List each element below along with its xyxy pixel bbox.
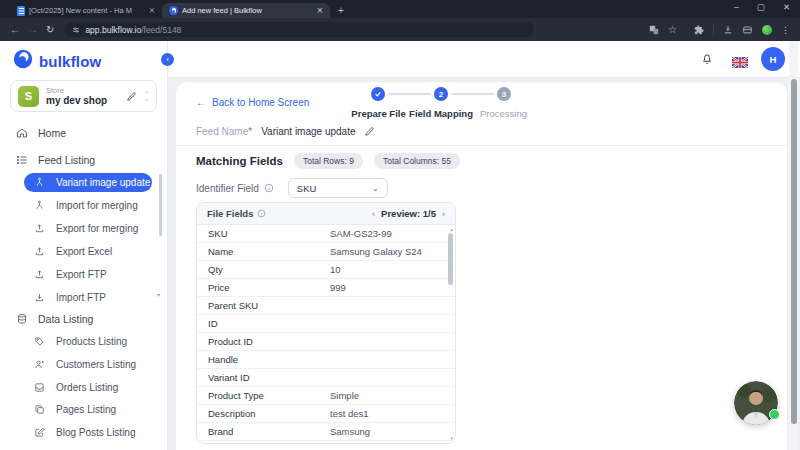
info-icon[interactable] bbox=[257, 209, 266, 218]
page-scrollbar[interactable] bbox=[789, 41, 798, 450]
file-field-row[interactable]: Handle bbox=[197, 351, 455, 369]
translate-icon[interactable] bbox=[649, 25, 659, 35]
sidebar-item-feed-listing[interactable]: Feed Listing bbox=[0, 150, 167, 170]
sidebar-scrollbar[interactable] bbox=[159, 174, 162, 236]
sidebar-collapse-button[interactable]: ‹ bbox=[161, 53, 174, 66]
sidebar-item-blog-posts-listing[interactable]: Blog Posts Listing bbox=[0, 422, 167, 442]
file-field-row[interactable]: Parent SKU bbox=[197, 297, 455, 315]
sidebar-feed-variant-image-update[interactable]: Variant image update bbox=[24, 173, 152, 192]
sidebar-item-label: Blog Posts Listing bbox=[56, 427, 136, 438]
orders-box-icon bbox=[34, 382, 45, 393]
scroll-up-icon[interactable]: ▴ bbox=[450, 227, 453, 232]
media-panel-icon[interactable] bbox=[742, 25, 753, 35]
database-icon bbox=[16, 313, 28, 325]
language-flag-icon[interactable] bbox=[732, 54, 748, 72]
sidebar: bulkflow S Store my dev shop ⌃⌄ bbox=[0, 41, 168, 450]
store-edit-pencil-icon[interactable] bbox=[126, 91, 137, 102]
chevron-down-icon: ⌄ bbox=[372, 184, 379, 193]
preview-next-icon[interactable]: › bbox=[442, 209, 445, 219]
sidebar-item-label: Data Listing bbox=[38, 313, 93, 325]
notification-bell-icon[interactable] bbox=[700, 52, 714, 70]
sidebar-item-customers-listing[interactable]: Customers Listing bbox=[0, 354, 167, 374]
file-field-row[interactable]: Product ID bbox=[197, 333, 455, 351]
store-selector[interactable]: S Store my dev shop ⌃⌄ bbox=[10, 80, 157, 112]
file-field-row[interactable]: Description test des1 bbox=[197, 405, 455, 423]
sidebar-feed-export-ftp[interactable]: Export FTP bbox=[24, 265, 152, 284]
sidebar-item-label: Pages Listing bbox=[56, 404, 116, 415]
tab-close-icon[interactable]: ✕ bbox=[149, 6, 155, 15]
step-connector bbox=[451, 93, 494, 95]
blog-edit-icon bbox=[34, 427, 45, 438]
store-switch-chevrons-icon[interactable]: ⌃⌄ bbox=[144, 92, 149, 101]
feed-name-value: Variant image update bbox=[261, 126, 355, 137]
file-field-row[interactable]: Product Type Simple bbox=[197, 387, 455, 405]
feed-label: Import for merging bbox=[56, 200, 138, 211]
back-to-home-link[interactable]: ← Back to Home Screen bbox=[196, 97, 309, 108]
toolbar-actions: ☆ ⋮ bbox=[649, 24, 790, 35]
minimize-button[interactable]: – bbox=[734, 2, 739, 12]
file-field-row[interactable]: Variant ID bbox=[197, 369, 455, 387]
stepper: 2 3 Prepare File Field Mapping Processin… bbox=[348, 87, 534, 119]
browser-tab-bulkflow[interactable]: Add new feed | Bulkflow ✕ bbox=[162, 3, 330, 18]
download-icon[interactable] bbox=[723, 25, 733, 35]
identifier-field-select[interactable]: SKU ⌄ bbox=[288, 178, 388, 198]
field-value: Simple bbox=[330, 390, 359, 401]
tab-close-icon[interactable]: ✕ bbox=[317, 6, 323, 15]
field-value: 999 bbox=[330, 282, 346, 293]
export-icon bbox=[34, 246, 45, 257]
site-settings-icon[interactable] bbox=[72, 26, 80, 34]
sidebar-item-products-listing[interactable]: Products Listing bbox=[0, 331, 167, 351]
file-field-row[interactable]: Qty 10 bbox=[197, 261, 455, 279]
sidebar-feed-import-ftp[interactable]: Import FTP bbox=[24, 288, 152, 307]
bulkflow-logo[interactable]: bulkflow bbox=[13, 49, 101, 73]
sidebar-feed-export-excel[interactable]: Export Excel bbox=[24, 242, 152, 261]
step-label-field-mapping: Field Mapping bbox=[409, 108, 473, 119]
file-field-row[interactable]: Name Samsung Galaxy S24 bbox=[197, 243, 455, 261]
feed-name-edit-pencil-icon[interactable] bbox=[364, 126, 375, 137]
file-fields-title: File Fields bbox=[207, 208, 253, 219]
maximize-button[interactable]: ▢ bbox=[757, 2, 765, 12]
reload-icon[interactable]: ↻ bbox=[46, 25, 54, 35]
matching-fields-title: Matching Fields bbox=[196, 155, 283, 167]
export-icon bbox=[34, 223, 45, 234]
sidebar-item-data-listing[interactable]: Data Listing bbox=[0, 309, 167, 329]
preview-prev-icon[interactable]: ‹ bbox=[372, 209, 375, 219]
browser-tab-docs[interactable]: [Oct/2025] New content - Ha M ✕ bbox=[10, 3, 162, 18]
sidebar-item-home[interactable]: Home bbox=[0, 123, 167, 143]
feed-mapping-card: ← Back to Home Screen 2 3 Prepare F bbox=[176, 82, 787, 450]
file-field-row[interactable]: Price 999 bbox=[197, 279, 455, 297]
step-1-done-icon bbox=[371, 87, 385, 101]
file-field-row[interactable]: SKU SAM-GS23-99 bbox=[197, 225, 455, 243]
scroll-down-icon[interactable]: ▾ bbox=[450, 436, 453, 441]
store-name: my dev shop bbox=[46, 95, 119, 107]
bulkflow-favicon bbox=[169, 6, 178, 15]
back-icon[interactable]: ← bbox=[10, 25, 20, 35]
support-chat-widget[interactable] bbox=[734, 381, 778, 425]
sidebar-feed-import-for-merging[interactable]: Import for merging bbox=[24, 196, 152, 215]
bookmark-star-icon[interactable]: ☆ bbox=[668, 24, 677, 35]
new-tab-button[interactable]: + bbox=[338, 5, 344, 16]
file-field-row[interactable]: Condition bbox=[197, 441, 455, 444]
extension-green-icon[interactable] bbox=[762, 25, 772, 35]
scroll-down-icon[interactable]: ▾ bbox=[157, 291, 160, 298]
info-icon[interactable] bbox=[264, 183, 274, 193]
file-field-row[interactable]: ID bbox=[197, 315, 455, 333]
field-name: ID bbox=[197, 318, 330, 329]
sidebar-item-pages-listing[interactable]: Pages Listing bbox=[0, 399, 167, 419]
close-button[interactable]: ✕ bbox=[783, 2, 790, 12]
panel-scrollbar[interactable] bbox=[448, 233, 453, 285]
chrome-menu-icon[interactable]: ⋮ bbox=[781, 25, 790, 35]
sidebar-feed-export-for-merging[interactable]: Export for merging bbox=[24, 219, 152, 238]
identifier-field-row: Identifier Field SKU ⌄ bbox=[196, 178, 388, 198]
page-scrollbar-thumb[interactable] bbox=[791, 79, 797, 424]
extensions-icon[interactable] bbox=[694, 25, 704, 35]
back-link-label: Back to Home Screen bbox=[212, 97, 309, 108]
file-field-row[interactable]: Brand Samsung bbox=[197, 423, 455, 441]
address-bar[interactable]: app.bulkflow.io/feed/5148 bbox=[64, 22, 534, 37]
field-value: Samsung Galaxy S24 bbox=[330, 246, 422, 257]
forward-icon[interactable]: → bbox=[28, 25, 38, 35]
sidebar-item-orders-listing[interactable]: Orders Listing bbox=[0, 377, 167, 397]
home-icon bbox=[16, 127, 28, 139]
user-avatar[interactable]: H bbox=[761, 47, 785, 71]
merge-icon bbox=[34, 177, 45, 188]
